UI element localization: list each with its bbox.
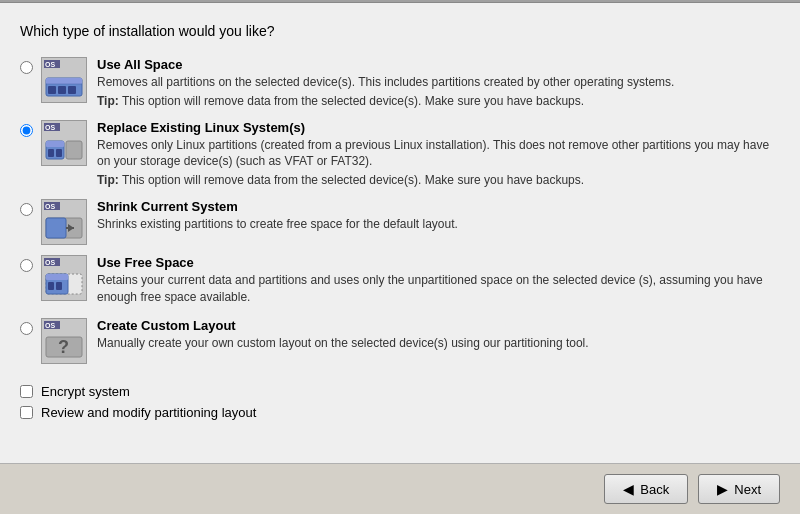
svg-rect-15 (56, 149, 62, 157)
svg-rect-7 (58, 86, 66, 94)
next-button[interactable]: ▶ Next (698, 474, 780, 504)
svg-text:OS: OS (45, 61, 55, 68)
option-text-replace-existing: Replace Existing Linux System(s) Removes… (97, 120, 780, 189)
checkbox-encrypt-row: Encrypt system (20, 384, 780, 399)
svg-text:OS: OS (45, 322, 55, 329)
next-icon: ▶ (717, 481, 728, 497)
svg-rect-13 (46, 141, 64, 147)
checkboxes-section: Encrypt system Review and modify partiti… (20, 376, 780, 420)
option-title-use-all-space: Use All Space (97, 57, 780, 72)
tip-label-2: Tip: (97, 173, 119, 187)
checkbox-encrypt-label[interactable]: Encrypt system (41, 384, 130, 399)
svg-rect-4 (46, 78, 82, 84)
option-replace-existing: OS Replace Existing Linux System(s) Remo… (20, 120, 780, 189)
option-desc-shrink-current: Shrinks existing partitions to create fr… (97, 216, 780, 233)
checkbox-review-partitioning[interactable] (20, 406, 33, 419)
radio-create-custom[interactable] (20, 322, 33, 335)
svg-rect-26 (46, 274, 68, 280)
option-title-replace-existing: Replace Existing Linux System(s) (97, 120, 780, 135)
option-tip-use-all-space: Tip: This option will remove data from t… (97, 93, 780, 110)
checkbox-review-label[interactable]: Review and modify partitioning layout (41, 405, 256, 420)
option-title-shrink-current: Shrink Current System (97, 199, 780, 214)
icon-create-custom: OS ? (41, 318, 87, 364)
back-label: Back (640, 482, 669, 497)
option-desc-use-all-space: Removes all partitions on the selected d… (97, 74, 780, 91)
icon-use-free-space: OS (41, 255, 87, 301)
icon-shrink-current: OS (41, 199, 87, 245)
next-label: Next (734, 482, 761, 497)
icon-replace-existing: OS (41, 120, 87, 166)
radio-use-free-space[interactable] (20, 259, 33, 272)
option-use-all-space: OS OS Use All Space Removes all partitio… (20, 57, 780, 110)
option-title-create-custom: Create Custom Layout (97, 318, 780, 333)
option-text-use-free-space: Use Free Space Retains your current data… (97, 255, 780, 308)
svg-rect-14 (48, 149, 54, 157)
option-text-use-all-space: Use All Space Removes all partitions on … (97, 57, 780, 110)
footer: ◀ Back ▶ Next (0, 463, 800, 514)
option-desc-use-free-space: Retains your current data and partitions… (97, 272, 780, 306)
icon-use-all-space: OS OS (41, 57, 87, 103)
option-desc-replace-existing: Removes only Linux partitions (created f… (97, 137, 780, 171)
checkbox-review-row: Review and modify partitioning layout (20, 405, 780, 420)
option-shrink-current: OS Shrink Current System Shrinks existin… (20, 199, 780, 245)
option-text-shrink-current: Shrink Current System Shrinks existing p… (97, 199, 780, 235)
option-create-custom: OS ? Create Custom Layout Manually creat… (20, 318, 780, 364)
svg-rect-19 (46, 218, 66, 238)
checkbox-encrypt-system[interactable] (20, 385, 33, 398)
page-question: Which type of installation would you lik… (20, 23, 780, 39)
radio-use-all-space[interactable] (20, 61, 33, 74)
option-desc-create-custom: Manually create your own custom layout o… (97, 335, 780, 352)
radio-shrink-current[interactable] (20, 203, 33, 216)
svg-rect-6 (48, 86, 56, 94)
radio-replace-existing[interactable] (20, 124, 33, 137)
option-text-create-custom: Create Custom Layout Manually create you… (97, 318, 780, 354)
svg-text:OS: OS (45, 203, 55, 210)
svg-text:OS: OS (45, 259, 55, 266)
option-use-free-space: OS Use Free Space Retains your current d… (20, 255, 780, 308)
option-title-use-free-space: Use Free Space (97, 255, 780, 270)
svg-rect-28 (56, 282, 62, 290)
option-tip-replace-existing: Tip: This option will remove data from t… (97, 172, 780, 189)
back-icon: ◀ (623, 481, 634, 497)
back-button[interactable]: ◀ Back (604, 474, 688, 504)
svg-rect-8 (68, 86, 76, 94)
svg-text:OS: OS (45, 124, 55, 131)
tip-label: Tip: (97, 94, 119, 108)
svg-rect-12 (66, 141, 82, 159)
svg-text:?: ? (58, 337, 69, 357)
svg-rect-27 (48, 282, 54, 290)
main-content: Which type of installation would you lik… (0, 3, 800, 463)
